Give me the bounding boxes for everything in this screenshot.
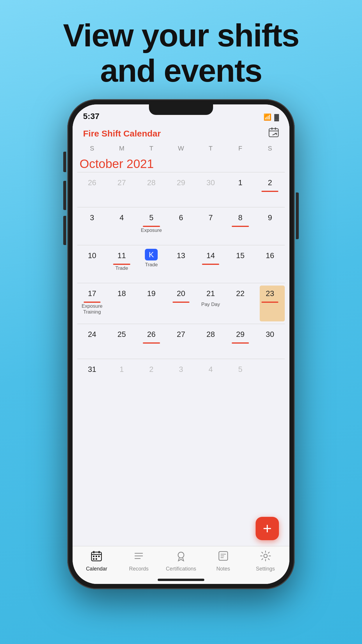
calendar-day-oct28[interactable]: 28 — [196, 326, 226, 356]
calendar-day-oct16[interactable]: 16 — [255, 248, 285, 281]
svg-point-21 — [264, 554, 267, 558]
shift-indicator — [261, 191, 279, 192]
calendar-day-oct17[interactable]: 17 Exposure Training — [77, 286, 107, 321]
phone-shell: 5:37 📶 ▓ Fire Shift Calendar — [67, 99, 295, 589]
settings-tab-icon — [260, 550, 271, 564]
tab-notes-label: Notes — [216, 566, 230, 572]
calendar-day-oct1[interactable]: 1 — [226, 175, 255, 205]
event-exposure-label2: Exposure — [82, 303, 103, 309]
calendar-day-sep28[interactable]: 28 — [136, 175, 166, 205]
svg-rect-6 — [93, 551, 94, 553]
calendar-day-oct12[interactable]: K Trade — [136, 248, 166, 281]
side-button-vol-down — [63, 216, 66, 245]
svg-rect-12 — [96, 558, 97, 560]
calendar-day-oct4[interactable]: 4 — [107, 210, 137, 243]
side-button-power — [296, 192, 299, 239]
svg-rect-3 — [275, 127, 276, 130]
calendar-day-oct5[interactable]: 5 Exposure — [136, 210, 166, 243]
calendar-day-oct9[interactable]: 9 — [255, 210, 285, 243]
tab-calendar-label: Calendar — [86, 566, 107, 572]
calendar-day-oct7[interactable]: 7 — [196, 210, 226, 243]
calendar-day-oct23[interactable]: 23 — [255, 286, 285, 321]
calendar-day-oct29[interactable]: 29 — [226, 326, 255, 356]
calendar-day-sep29[interactable]: 29 — [166, 175, 196, 205]
shift-indicator — [232, 226, 249, 227]
svg-rect-2 — [271, 127, 273, 130]
calendar-day-oct19[interactable]: 19 — [136, 286, 166, 321]
calendar-day-sep30[interactable]: 30 — [196, 175, 226, 205]
shift-indicator — [143, 226, 160, 227]
calendar-tab-icon — [91, 550, 102, 564]
shift-indicator — [173, 302, 190, 303]
add-event-fab[interactable]: + — [256, 517, 279, 540]
headline-line1: View your shifts — [63, 17, 299, 53]
shift-indicator — [202, 264, 219, 265]
calendar-day-oct30[interactable]: 30 — [255, 326, 285, 356]
phone-screen: 5:37 📶 ▓ Fire Shift Calendar — [73, 104, 289, 584]
calendar-day-oct8[interactable]: 8 — [226, 210, 255, 243]
calendar-day-sep27[interactable]: 27 — [107, 175, 137, 205]
calendar-day-oct15[interactable]: 15 — [226, 248, 255, 281]
home-indicator — [158, 579, 204, 581]
day-header-thu: T — [196, 144, 226, 153]
calendar-day-oct11[interactable]: 11 Trade — [107, 248, 137, 281]
certifications-tab-icon — [175, 550, 187, 564]
calendar-day-oct21[interactable]: 21 Pay Day — [196, 286, 226, 321]
tab-calendar[interactable]: Calendar — [75, 550, 118, 572]
calendar-day-oct27[interactable]: 27 — [166, 326, 196, 356]
records-tab-icon — [133, 550, 144, 564]
side-button-vol-up — [63, 181, 66, 210]
calendar-day-oct25[interactable]: 25 — [107, 326, 137, 356]
notch — [149, 104, 213, 115]
calendar-day-oct13[interactable]: 13 — [166, 248, 196, 281]
calendar-week-2: 3 4 5 Exposure 6 7 8 9 — [77, 207, 285, 245]
app-title: Fire Shift Calendar — [83, 129, 161, 139]
calendar-day-oct31[interactable]: 31 — [77, 361, 107, 391]
calendar-day-empty — [255, 361, 285, 391]
tab-records[interactable]: Records — [118, 550, 160, 572]
calendar-day-oct24[interactable]: 24 — [77, 326, 107, 356]
headline-line2: and events — [100, 52, 262, 88]
event-trade2-label: Trade — [145, 262, 158, 268]
day-header-mon: M — [107, 144, 137, 153]
battery-icon: ▓ — [274, 113, 279, 121]
calendar-day-oct18[interactable]: 18 — [107, 286, 137, 321]
event-training-label: Training — [83, 309, 101, 315]
tab-certifications[interactable]: Certifications — [160, 550, 202, 572]
svg-rect-11 — [93, 558, 94, 560]
calendar-day-nov2[interactable]: 2 — [136, 361, 166, 391]
svg-rect-7 — [99, 551, 100, 553]
tab-settings[interactable]: Settings — [244, 550, 287, 572]
svg-rect-8 — [93, 556, 94, 557]
calendar-share-icon[interactable] — [268, 127, 279, 140]
tab-settings-label: Settings — [256, 566, 275, 572]
calendar-day-oct26[interactable]: 26 — [136, 326, 166, 356]
calendar-day-nov1[interactable]: 1 — [107, 361, 137, 391]
calendar-week-1: 26 27 28 29 30 1 2 — [77, 172, 285, 207]
tab-certifications-label: Certifications — [166, 566, 196, 572]
status-icons: 📶 ▓ — [263, 113, 279, 121]
day-header-sun: S — [77, 144, 107, 153]
calendar-week-3: 10 11 Trade K Trade 13 14 15 16 — [77, 245, 285, 283]
month-title[interactable]: October 2021 — [73, 155, 289, 172]
calendar-week-6: 31 1 2 3 4 5 — [77, 359, 285, 394]
calendar-day-nov3[interactable]: 3 — [166, 361, 196, 391]
calendar-day-sep26[interactable]: 26 — [77, 175, 107, 205]
calendar-day-oct20[interactable]: 20 — [166, 286, 196, 321]
calendar-week-5: 24 25 26 27 28 29 30 — [77, 324, 285, 359]
notes-tab-icon — [218, 550, 229, 564]
calendar-day-nov4[interactable]: 4 — [196, 361, 226, 391]
calendar-day-oct14[interactable]: 14 — [196, 248, 226, 281]
calendar-day-oct10[interactable]: 10 — [77, 248, 107, 281]
calendar-day-oct22[interactable]: 22 — [226, 286, 255, 321]
calendar-day-nov5[interactable]: 5 — [226, 361, 255, 391]
app-header: Fire Shift Calendar — [73, 123, 289, 142]
calendar-day-oct6[interactable]: 6 — [166, 210, 196, 243]
calendar-day-oct2[interactable]: 2 — [255, 175, 285, 205]
calendar-body: 26 27 28 29 30 1 2 3 4 5 Exposure — [73, 172, 289, 546]
status-time: 5:37 — [83, 112, 99, 121]
shift-indicator — [261, 302, 279, 303]
day-headers: S M T W T F S — [73, 142, 289, 155]
tab-notes[interactable]: Notes — [202, 550, 244, 572]
calendar-day-oct3[interactable]: 3 — [77, 210, 107, 243]
